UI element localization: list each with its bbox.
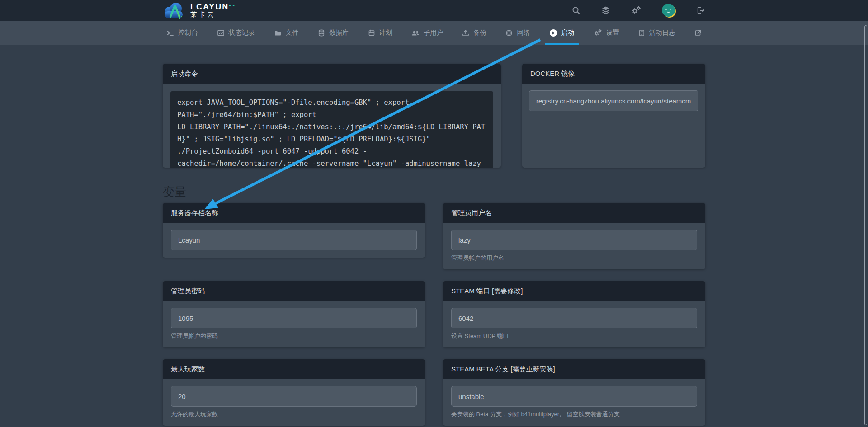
tab-activity-log[interactable]: 活动日志 bbox=[638, 21, 675, 45]
variables-heading: 变量 bbox=[163, 185, 705, 198]
variable-card-steam-beta-branch: STEAM BETA 分支 [需要重新安装] 要安装的 Beta 分支，例如 b… bbox=[443, 359, 705, 426]
tab-label: 状态记录 bbox=[229, 28, 255, 37]
tab-label: 文件 bbox=[286, 28, 299, 37]
folder-icon bbox=[274, 29, 282, 37]
variable-title: 管理员密码 bbox=[171, 287, 205, 296]
external-link-icon bbox=[694, 29, 702, 37]
variable-card-max-players: 最大玩家数 允许的最大玩家数 bbox=[163, 359, 425, 426]
variable-card-admin-username: 管理员用户名 管理员帐户的用户名 bbox=[443, 203, 705, 269]
tab-subusers[interactable]: 子用户 bbox=[411, 21, 443, 45]
variable-title: 服务器存档名称 bbox=[171, 209, 218, 217]
terminal-icon bbox=[166, 29, 174, 37]
tab-schedule[interactable]: 计划 bbox=[368, 21, 392, 45]
backup-icon bbox=[462, 29, 469, 37]
server-save-name-input[interactable] bbox=[171, 230, 417, 250]
calendar-icon bbox=[368, 29, 375, 37]
tab-label: 计划 bbox=[379, 28, 392, 37]
variable-title: STEAM BETA 分支 [需要重新安装] bbox=[451, 365, 555, 374]
tab-label: 控制台 bbox=[178, 28, 198, 37]
tab-status-log[interactable]: 状态记录 bbox=[217, 21, 255, 45]
variable-hint: 设置 Steam UDP 端口 bbox=[451, 332, 697, 340]
docker-image-card-header: DOCKER 镜像 bbox=[522, 64, 705, 84]
docker-image-input[interactable] bbox=[529, 90, 698, 111]
steam-port-input[interactable] bbox=[451, 308, 697, 328]
variable-card-header: 服务器存档名称 bbox=[163, 203, 425, 223]
variable-hint: 要安装的 Beta 分支，例如 b41multiplayer。 留空以安装普通分… bbox=[451, 410, 697, 418]
variable-card-header: STEAM 端口 [需要修改] bbox=[443, 281, 705, 301]
avatar[interactable] bbox=[662, 4, 675, 17]
tab-label: 网络 bbox=[517, 28, 530, 37]
vertical-scrollbar[interactable] bbox=[864, 25, 867, 425]
tab-files[interactable]: 文件 bbox=[274, 21, 299, 45]
gears-icon[interactable] bbox=[631, 6, 641, 15]
docker-image-title: DOCKER 镜像 bbox=[530, 70, 575, 78]
tab-label: 备份 bbox=[473, 28, 486, 37]
brand-dots: ■ ■ bbox=[229, 4, 235, 7]
variable-card-header: 管理员密码 bbox=[163, 281, 425, 301]
tab-label: 活动日志 bbox=[649, 28, 675, 37]
gears-icon bbox=[594, 29, 602, 37]
tab-backup[interactable]: 备份 bbox=[462, 21, 486, 45]
main-content: 启动命令 export JAVA_TOOL_OPTIONS="-Dfile.en… bbox=[163, 45, 705, 426]
variable-title: 最大玩家数 bbox=[171, 365, 205, 374]
play-icon bbox=[549, 29, 557, 37]
variable-title: 管理员用户名 bbox=[451, 209, 492, 217]
tab-external-link[interactable] bbox=[694, 21, 702, 45]
variable-hint: 允许的最大玩家数 bbox=[171, 410, 417, 418]
layers-icon[interactable] bbox=[601, 6, 610, 15]
variables-grid: 服务器存档名称 管理员用户名 管理员帐户的用户名 管理员密码 管理员帐户的密码 bbox=[163, 203, 705, 426]
tab-network[interactable]: 网络 bbox=[505, 21, 530, 45]
tab-label: 启动 bbox=[561, 28, 575, 37]
variable-title: STEAM 端口 [需要修改] bbox=[451, 287, 523, 296]
docker-image-card: DOCKER 镜像 bbox=[522, 64, 705, 168]
network-icon bbox=[505, 29, 513, 37]
variable-card-header: 最大玩家数 bbox=[163, 359, 425, 379]
startup-command-title: 启动命令 bbox=[171, 70, 198, 78]
cloud-logo-icon bbox=[163, 1, 186, 19]
tab-startup[interactable]: 启动 bbox=[549, 21, 575, 45]
tab-label: 设置 bbox=[606, 28, 619, 37]
startup-command-card-header: 启动命令 bbox=[163, 64, 501, 84]
tab-settings[interactable]: 设置 bbox=[594, 21, 619, 45]
search-icon[interactable] bbox=[571, 6, 580, 15]
max-players-input[interactable] bbox=[171, 386, 417, 407]
top-navbar: LCAYUN■ ■ 莱卡云 bbox=[0, 0, 868, 21]
log-icon bbox=[638, 29, 645, 37]
variable-hint: 管理员帐户的用户名 bbox=[451, 254, 697, 262]
tab-label: 数据库 bbox=[329, 28, 349, 37]
variable-hint: 管理员帐户的密码 bbox=[171, 332, 417, 340]
startup-command-card: 启动命令 export JAVA_TOOL_OPTIONS="-Dfile.en… bbox=[163, 64, 501, 168]
variable-card-admin-password: 管理员密码 管理员帐户的密码 bbox=[163, 281, 425, 347]
tab-label: 子用户 bbox=[424, 28, 443, 37]
admin-password-input[interactable] bbox=[171, 308, 417, 328]
steam-beta-branch-input[interactable] bbox=[451, 386, 697, 407]
brand-logo[interactable]: LCAYUN■ ■ 莱卡云 bbox=[163, 1, 235, 19]
brand-name-cn: 莱卡云 bbox=[190, 11, 235, 18]
variable-card-header: STEAM BETA 分支 [需要重新安装] bbox=[443, 359, 705, 379]
variable-card-steam-port: STEAM 端口 [需要修改] 设置 Steam UDP 端口 bbox=[443, 281, 705, 347]
server-tabbar: 控制台 状态记录 文件 bbox=[0, 21, 868, 45]
admin-username-input[interactable] bbox=[451, 230, 697, 250]
tab-console[interactable]: 控制台 bbox=[166, 21, 198, 45]
brand-name: LCAYUN■ ■ bbox=[190, 3, 235, 11]
variable-card-header: 管理员用户名 bbox=[443, 203, 705, 223]
logout-icon[interactable] bbox=[696, 6, 705, 15]
database-icon bbox=[318, 29, 325, 37]
tab-database[interactable]: 数据库 bbox=[318, 21, 349, 45]
variable-card-server-save-name: 服务器存档名称 bbox=[163, 203, 425, 258]
startup-command-code: export JAVA_TOOL_OPTIONS="-Dfile.encodin… bbox=[170, 91, 493, 168]
users-icon bbox=[411, 29, 420, 37]
chart-icon bbox=[217, 29, 225, 37]
